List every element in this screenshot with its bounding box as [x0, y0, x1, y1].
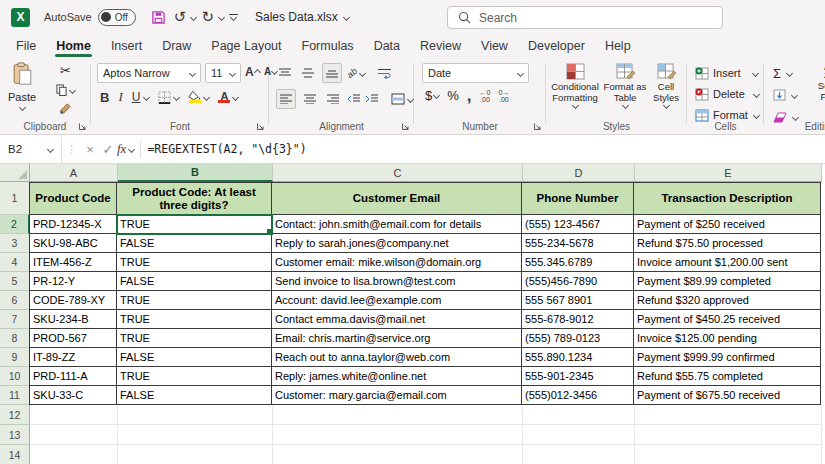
menu-tab-file[interactable]: File: [6, 34, 46, 57]
format-as-table-button[interactable]: Format as Table: [603, 63, 647, 108]
menu-tab-review[interactable]: Review: [410, 34, 471, 57]
cell-E14[interactable]: [635, 445, 822, 464]
alignment-dialog-launcher[interactable]: [400, 121, 410, 131]
increase-font-size-button[interactable]: A: [245, 65, 260, 79]
insert-function-button[interactable]: fx: [117, 141, 134, 157]
cell-D7[interactable]: 555-678-9012: [522, 310, 634, 329]
cell-D2[interactable]: (555) 123-4567: [522, 215, 634, 234]
cell-D14[interactable]: [523, 445, 635, 464]
cell-B4[interactable]: TRUE: [117, 253, 272, 272]
redo-button[interactable]: ↻: [198, 6, 217, 28]
row-header-1[interactable]: 1: [0, 182, 30, 215]
cell-E11[interactable]: Payment of $675.50 received: [634, 386, 821, 405]
row-header-3[interactable]: 3: [0, 234, 30, 253]
italic-button[interactable]: I: [118, 89, 122, 105]
cell-A4[interactable]: ITEM-456-Z: [29, 253, 117, 272]
cut-button[interactable]: ✂: [56, 63, 75, 78]
fill-button[interactable]: [773, 86, 798, 104]
copy-button[interactable]: [56, 84, 75, 96]
cell-A7[interactable]: SKU-234-B: [29, 310, 117, 329]
cell-B9[interactable]: FALSE: [117, 348, 272, 367]
cell-styles-button[interactable]: Cell Styles: [647, 63, 685, 108]
cell-A14[interactable]: [30, 445, 118, 464]
cell-C14[interactable]: [273, 445, 523, 464]
cell-A2[interactable]: PRD-12345-X: [29, 215, 117, 234]
menu-tab-data[interactable]: Data: [364, 34, 410, 57]
row-header-12[interactable]: 12: [0, 405, 30, 425]
cell-D11[interactable]: (555)012-3456: [522, 386, 634, 405]
cell-A3[interactable]: SKU-98-ABC: [29, 234, 117, 253]
cell-B11[interactable]: FALSE: [117, 386, 272, 405]
cell-B13[interactable]: [118, 425, 273, 445]
row-header-7[interactable]: 7: [0, 310, 30, 329]
merge-center-button[interactable]: [391, 93, 405, 105]
redo-dropdown-icon[interactable]: [218, 13, 225, 20]
fill-color-button[interactable]: [188, 91, 201, 103]
autosum-button[interactable]: Σ: [773, 64, 798, 82]
number-format-select[interactable]: Date: [422, 63, 529, 83]
cell-B3[interactable]: FALSE: [117, 234, 272, 253]
cell-C5[interactable]: Send invoice to lisa.brown@test.com: [272, 272, 522, 291]
cell-E10[interactable]: Refund $55.75 completed: [634, 367, 821, 386]
accounting-dropdown-icon[interactable]: [433, 92, 440, 99]
cell-E2[interactable]: Payment of $250 received: [634, 215, 821, 234]
row-header-10[interactable]: 10: [0, 367, 30, 386]
orientation-button[interactable]: ab: [345, 66, 359, 80]
row-header-14[interactable]: 14: [0, 445, 30, 464]
menu-tab-formulas[interactable]: Formulas: [292, 34, 364, 57]
cell-E5[interactable]: Payment $89.99 completed: [634, 272, 821, 291]
menu-tab-help[interactable]: Help: [595, 34, 641, 57]
menu-tab-page-layout[interactable]: Page Layout: [201, 34, 291, 57]
cell-C10[interactable]: Reply: james.white@online.net: [272, 367, 522, 386]
font-color-dropdown-icon[interactable]: [232, 93, 239, 100]
cell-A11[interactable]: SKU-33-C: [29, 386, 117, 405]
select-all-corner[interactable]: [0, 164, 30, 182]
cell-C11[interactable]: Customer: mary.garcia@email.com: [272, 386, 522, 405]
cell-A10[interactable]: PRD-111-A: [29, 367, 117, 386]
underline-dropdown-icon[interactable]: [143, 93, 150, 100]
column-header-B[interactable]: B: [118, 164, 273, 182]
cell-A9[interactable]: IT-89-ZZ: [29, 348, 117, 367]
row-header-13[interactable]: 13: [0, 425, 30, 445]
cell-A6[interactable]: CODE-789-XY: [29, 291, 117, 310]
document-title[interactable]: Sales Data.xlsx: [255, 10, 349, 24]
cell-C3[interactable]: Reply to sarah.jones@company.net: [272, 234, 522, 253]
decrease-indent-button[interactable]: [347, 94, 360, 104]
row-header-6[interactable]: 6: [0, 291, 30, 310]
cell-E3[interactable]: Refund $75.50 processed: [634, 234, 821, 253]
cell-E13[interactable]: [635, 425, 822, 445]
increase-indent-button[interactable]: [365, 94, 378, 104]
menu-tab-insert[interactable]: Insert: [101, 34, 152, 57]
cell-D8[interactable]: (555) 789-0123: [522, 329, 634, 348]
cell-E8[interactable]: Invoice $125.00 pending: [634, 329, 821, 348]
column-header-A[interactable]: A: [30, 164, 118, 182]
fill-color-dropdown-icon[interactable]: [203, 93, 210, 100]
font-size-select[interactable]: 11: [205, 63, 241, 83]
clipboard-dialog-launcher[interactable]: [77, 121, 87, 131]
cell-C12[interactable]: [273, 405, 523, 425]
cell-A12[interactable]: [30, 405, 118, 425]
row-header-11[interactable]: 11: [0, 386, 30, 405]
cell-B12[interactable]: [118, 405, 273, 425]
formula-bar-grip[interactable]: ⋮: [66, 143, 77, 156]
cancel-formula-button[interactable]: ×: [81, 142, 99, 157]
increase-decimal-button[interactable]: ←0.00: [480, 89, 491, 103]
cell-D1[interactable]: Phone Number: [522, 182, 634, 215]
paste-dropdown-icon[interactable]: [19, 104, 26, 111]
merge-dropdown-icon[interactable]: [407, 95, 414, 102]
cell-D9[interactable]: 555.890.1234: [522, 348, 634, 367]
insert-cells-button[interactable]: Insert: [695, 64, 759, 82]
cell-B1[interactable]: Product Code: At least three digits?: [117, 182, 272, 215]
menu-tab-home[interactable]: Home: [46, 34, 101, 57]
paste-button[interactable]: Paste: [8, 62, 36, 110]
customize-quick-access-button[interactable]: [226, 6, 241, 28]
cell-B5[interactable]: FALSE: [117, 272, 272, 291]
cell-C7[interactable]: Contact emma.davis@mail.net: [272, 310, 522, 329]
borders-dropdown-icon[interactable]: [173, 93, 180, 100]
delete-cells-button[interactable]: Delete: [695, 85, 759, 103]
decrease-decimal-button[interactable]: 0→.00: [498, 89, 509, 103]
cell-B10[interactable]: TRUE: [117, 367, 272, 386]
cell-C9[interactable]: Reach out to anna.taylor@web.com: [272, 348, 522, 367]
top-align-button[interactable]: [276, 64, 294, 82]
number-dialog-launcher[interactable]: [532, 121, 542, 131]
